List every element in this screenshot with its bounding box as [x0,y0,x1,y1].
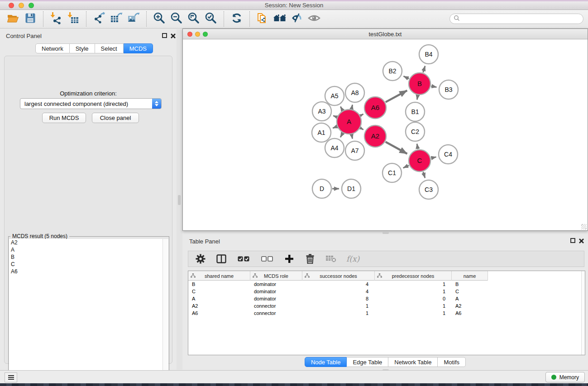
table-panel-title: Table Panel [189,238,220,245]
edge-A-A6[interactable] [361,114,363,115]
tab-style[interactable]: Style [70,43,95,53]
tab-mcds[interactable]: MCDS [124,43,153,53]
close-panel-icon[interactable] [170,33,176,38]
table-row[interactable]: Cdominator41C [188,288,585,295]
houses-button[interactable] [271,11,288,27]
edge-C-C2[interactable] [417,144,418,149]
edge-B-B4[interactable] [423,66,425,72]
mcds-result-list[interactable]: A2ABCA6 [9,239,163,386]
zoom-in-button[interactable] [151,11,168,27]
deselect-all-checkboxes-icon[interactable] [260,253,274,264]
table-tab-network-table[interactable]: Network Table [388,357,438,367]
control-panel-card: Optimization criterion: largest connecte… [4,56,172,364]
cell-MCDS-role: dominator [250,295,302,302]
edge-B-B1[interactable] [417,95,418,100]
edge-A-A7[interactable] [352,134,353,138]
mcds-result-title: MCDS result (5 nodes) [10,233,69,239]
column-header-successor-nodes[interactable]: successor nodes [302,271,375,281]
delete-table-icon[interactable] [325,253,336,264]
open-session-button[interactable] [5,11,22,27]
network-window-titlebar[interactable]: testGlobe.txt [183,29,588,39]
edge-A-A3[interactable] [333,116,337,117]
float-panel-icon[interactable] [162,33,167,38]
import-table-button[interactable] [65,11,82,27]
tab-select[interactable]: Select [95,43,124,53]
edge-A-A5[interactable] [340,107,343,110]
clone-network-icon [256,12,269,26]
zoom-selected-button[interactable] [202,11,220,27]
panel-splitter-vertical[interactable] [177,29,182,370]
node-label-C1: C1 [388,169,396,176]
table-scrollbar[interactable] [581,271,585,355]
refresh-view-button[interactable] [228,11,245,27]
edge-B-B2[interactable] [403,76,409,79]
zoom-out-icon [170,12,183,26]
column-header-MCDS-role[interactable]: MCDS role [250,271,302,281]
eye-slash-button[interactable] [288,11,306,27]
column-header-predecessor-nodes[interactable]: predecessor nodes [375,271,452,281]
eye-slash-icon [291,12,303,26]
network-graph[interactable]: AA1A2A3A4A5A6A7A8BB1B2B3B4CC1C2C3C4DD1 [183,39,588,230]
close-table-panel-icon[interactable] [578,238,584,243]
table-row[interactable]: A6connector11A6 [188,310,585,317]
edge-A-A8[interactable] [352,105,353,109]
column-header-name[interactable]: name [452,271,488,281]
node-table[interactable]: shared nameMCDS rolesuccessor nodesprede… [188,271,585,355]
run-mcds-button[interactable]: Run MCDS [42,113,86,123]
function-builder-icon[interactable]: f(x) [346,254,359,263]
settings-gear-icon[interactable] [195,253,206,264]
close-panel-button[interactable]: Close panel [92,113,139,123]
edge-C-C3[interactable] [423,172,425,178]
clone-network-button[interactable] [254,11,271,27]
table-row[interactable]: A2connector11A2 [188,302,585,310]
table-tab-motifs[interactable]: Motifs [438,357,466,367]
table-tab-edge-table[interactable]: Edge Table [347,357,388,367]
select-all-checkboxes-icon[interactable] [237,253,250,264]
optimization-criterion-select[interactable]: largest connected component (directed) [20,98,162,109]
node-label-D1: D1 [347,185,355,192]
column-header-shared-name[interactable]: shared name [188,271,250,281]
node-label-A1: A1 [317,129,325,136]
mcds-result-item[interactable]: A2 [9,239,163,246]
edge-A2-C[interactable] [386,142,407,154]
zoom-fit-button[interactable] [185,11,202,27]
table-row[interactable]: Bdominator41B [188,281,585,288]
edge-A-A1[interactable] [333,127,337,128]
splitter-grip[interactable] [178,195,181,205]
edge-A-A2[interactable] [360,128,363,129]
memory-button[interactable]: Memory [545,372,585,382]
delete-columns-trash-icon[interactable] [305,253,316,264]
cell-name: A2 [452,302,488,310]
mcds-result-item[interactable]: A6 [9,268,163,275]
task-history-button[interactable] [5,372,17,382]
export-image-button[interactable] [125,11,142,27]
edge-A-A4[interactable] [340,133,343,137]
mcds-result-scrollbar[interactable] [163,239,168,386]
export-network-button[interactable] [91,11,108,27]
import-network-button[interactable] [48,11,65,27]
split-view-icon[interactable] [216,253,227,264]
table-tab-node-table[interactable]: Node Table [305,357,347,367]
add-column-icon[interactable] [284,253,295,264]
node-label-A4: A4 [330,144,338,152]
save-session-button[interactable] [22,11,39,27]
zoom-out-button[interactable] [168,11,185,27]
edge-A6-B[interactable] [386,91,407,102]
table-row[interactable]: Adominator80A [188,295,585,302]
search-input[interactable] [449,14,583,24]
eye-button[interactable] [306,11,323,27]
mcds-result-item[interactable]: C [9,261,163,268]
horizontal-splitter-grip[interactable] [382,232,389,234]
mcds-result-item[interactable]: B [9,253,163,261]
tab-network[interactable]: Network [35,43,70,53]
export-table-button[interactable] [108,11,125,27]
window-resize-grip[interactable] [581,224,587,229]
edge-B-B3[interactable] [431,86,436,87]
network-canvas[interactable]: AA1A2A3A4A5A6A7A8BB1B2B3B4CC1C2C3C4DD1 [183,39,588,230]
mcds-result-item[interactable]: A [9,246,163,253]
edge-C-C1[interactable] [403,166,409,168]
control-panel: Control Panel NetworkStyleSelectMCDS Opt… [0,29,177,370]
float-table-panel-icon[interactable] [570,238,575,243]
open-folder-icon [7,12,19,26]
edge-C-C4[interactable] [431,157,436,158]
